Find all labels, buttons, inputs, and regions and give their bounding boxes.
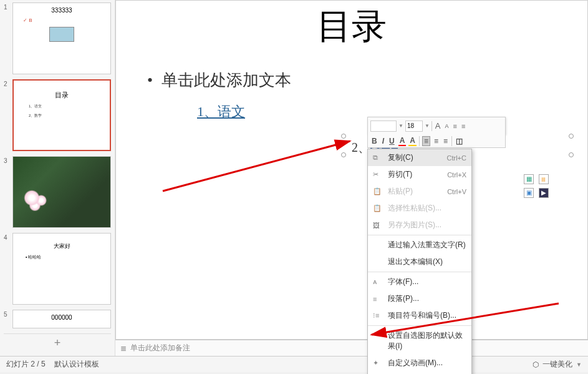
annotation-arrow-1 [160,122,359,197]
thumb-num-3: 3 [4,156,10,228]
bold-button[interactable]: B [370,137,378,145]
thumbnail-panel[interactable]: 1 333333 ✓ B 2 目录 1、语文 2、数学 3 4 大家好 [0,0,115,356]
menu-cut[interactable]: ✂ 剪切(T) Ctrl+X [368,166,471,183]
animation-icon: ✦ [373,359,383,367]
insert-media-icon[interactable]: ▶ [539,188,549,198]
slide-canvas[interactable]: 目录 单击此处添加文本 1、语文 2、数学 ▦ ⫼ ▣ ▶ [115,0,588,340]
font-size-select[interactable] [405,121,423,132]
canvas-area: 目录 单击此处添加文本 1、语文 2、数学 ▦ ⫼ ▣ ▶ [115,0,588,356]
font-family-select[interactable] [370,121,397,132]
cut-icon: ✂ [373,170,383,179]
thumb2-sub2: 2、数学 [29,113,107,119]
slide-thumb-3[interactable] [12,156,111,228]
notes-icon: ≣ [120,344,127,353]
bullets-icon: ⁝≡ [373,312,383,320]
font-color-button[interactable]: A [398,136,407,146]
menu-copy[interactable]: ⧉ 复制(C) Ctrl+C [368,149,471,166]
copy-icon: ⧉ [373,154,383,162]
slide-title[interactable]: 目录 [116,3,587,51]
context-menu[interactable]: ⧉ 复制(C) Ctrl+C ✂ 剪切(T) Ctrl+X 📋 粘贴(P) Ct… [367,149,472,374]
slide-thumb-1[interactable]: 333333 ✓ B [12,2,111,74]
thumb4-sub: • 哈哈哈 [26,254,108,260]
menu-action-settings[interactable]: ☞ 动作设置(A)... [368,372,471,374]
notes-placeholder[interactable]: 单击此处添加备注 [130,343,190,353]
slide-thumb-4[interactable]: 大家好 • 哈哈哈 [12,233,111,305]
increase-font-icon[interactable]: A [434,121,442,130]
font-icon: ᴀ [373,278,383,286]
align-center-button[interactable]: ≡ [433,137,440,145]
menu-save-as-pic: 🖼 另存为图片(S)... [368,217,471,234]
svg-line-0 [163,141,350,191]
menu-font[interactable]: ᴀ 字体(F)... [368,273,471,290]
thumb-num-2: 2 [4,79,10,151]
thumb2-sub1: 1、语文 [29,104,107,109]
highlight-button[interactable]: A [408,136,417,146]
number-list-icon[interactable]: ≡ [460,122,466,130]
thumb3-image [13,157,110,227]
slide-counter: 幻灯片 2 / 5 [6,359,46,370]
insert-table-icon[interactable]: ▦ [524,174,534,184]
thumb5-title: 000000 [16,314,108,321]
align-right-button[interactable]: ≡ [442,137,449,145]
add-slide-button[interactable]: + [4,333,111,352]
format-toolbar[interactable]: B I U A A ≡ ≡ ≡ ◫ [367,134,506,148]
paste-icon: 📋 [373,187,383,195]
content-insert-icons: ▦ ⫼ ▣ ▶ [524,174,550,198]
insert-chart-icon[interactable]: ⫼ [539,174,549,184]
thumb-num-4: 4 [4,233,10,305]
underline-button[interactable]: U [388,137,396,145]
menu-custom-animation[interactable]: ✦ 自定义动画(M)... [368,355,471,372]
status-bar: 幻灯片 2 / 5 默认设计模板 ⬡ 一键美化 ▼ [0,356,588,372]
thumb4-title: 大家好 [16,242,108,250]
thumb2-title: 目录 [16,91,107,100]
insert-picture-icon[interactable]: ▣ [524,188,534,198]
align-left-button[interactable]: ≡ [422,136,430,146]
beautify-icon: ⬡ [533,360,539,369]
thumb1-title: 333333 [16,7,108,14]
slide-thumb-5[interactable]: 000000 [12,310,111,328]
menu-ime-reselect[interactable]: 通过输入法重选文字(R) [368,237,471,253]
shape-button[interactable]: ◫ [455,137,464,145]
italic-button[interactable]: I [381,137,385,145]
slide-thumb-2[interactable]: 目录 1、语文 2、数学 [12,79,111,151]
decrease-font-icon[interactable]: A [444,123,450,129]
template-name: 默认设计模板 [54,359,99,370]
menu-exit-text[interactable]: 退出文本编辑(X) [368,253,471,270]
content-placeholder[interactable]: 单击此处添加文本 1、语文 [147,69,569,121]
menu-shape-defaults[interactable]: 设置自选图形的默认效果(I) [368,327,471,355]
bullet-placeholder[interactable]: 单击此处添加文本 [147,69,569,91]
menu-paste-special: 📋 选择性粘贴(S)... [368,200,471,217]
save-pic-icon: 🖼 [373,222,383,229]
beautify-button[interactable]: 一键美化 [542,359,572,370]
paragraph-icon: ≡ [373,295,383,303]
menu-bullets[interactable]: ⁝≡ 项目符号和编号(B)... [368,307,471,324]
mini-toolbar[interactable]: ▼ ▼ A A ≡ ≡ [367,117,506,135]
thumb-num-5: 5 [4,310,10,328]
thumb-num-1: 1 [4,2,10,74]
menu-paragraph[interactable]: ≡ 段落(P)... [368,290,471,307]
notes-bar[interactable]: ≣ 单击此处添加备注 [115,340,588,356]
paste-special-icon: 📋 [373,204,383,212]
menu-paste: 📋 粘贴(P) Ctrl+V [368,183,471,200]
bullet-list-icon[interactable]: ≡ [452,122,458,130]
thumb1-check: ✓ B [23,17,108,23]
thumb1-rect [49,27,74,42]
